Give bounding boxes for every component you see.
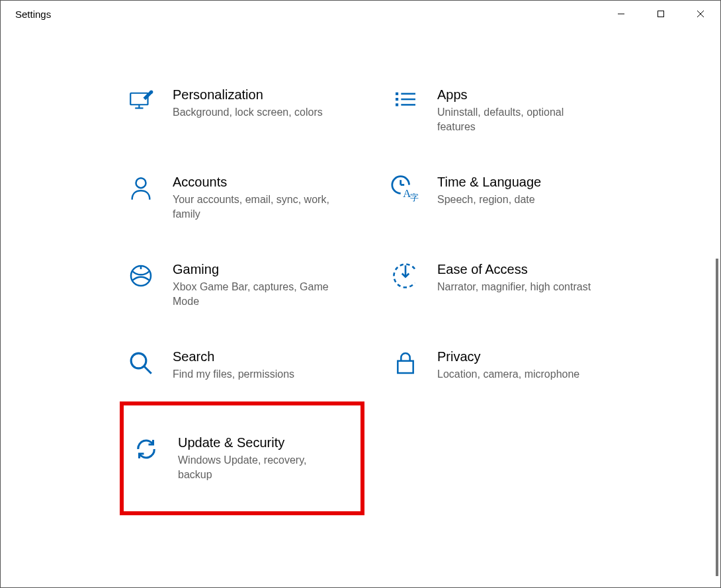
svg-rect-1 <box>658 11 664 17</box>
search-icon <box>126 349 155 378</box>
tile-title: Ease of Access <box>437 261 622 277</box>
tile-title: Update & Security <box>178 435 358 450</box>
accounts-icon <box>126 174 155 203</box>
svg-rect-9 <box>396 98 398 101</box>
tile-apps[interactable]: Apps Uninstall, defaults, optional featu… <box>384 67 629 154</box>
svg-rect-8 <box>396 93 398 95</box>
tile-title: Accounts <box>173 174 358 190</box>
settings-content: Personalization Background, lock screen,… <box>1 67 720 587</box>
tile-desc: Speech, region, date <box>437 192 596 207</box>
personalization-icon <box>126 87 155 116</box>
tile-desc: Your accounts, email, sync, work, family <box>173 192 331 222</box>
titlebar: Settings <box>1 1 720 27</box>
svg-text:字: 字 <box>410 192 419 202</box>
scrollbar-thumb[interactable] <box>716 259 718 576</box>
tile-gaming[interactable]: Gaming Xbox Game Bar, captures, Game Mod… <box>120 241 364 329</box>
settings-window: Settings <box>0 0 721 588</box>
tile-update-security[interactable]: Update & Security Windows Update, recove… <box>120 401 364 515</box>
svg-point-14 <box>136 178 146 188</box>
tile-title: Search <box>173 349 358 364</box>
privacy-icon <box>391 349 420 378</box>
tile-desc: Find my files, permissions <box>173 367 331 382</box>
tile-search[interactable]: Search Find my files, permissions <box>120 329 364 401</box>
time-language-icon: A 字 <box>391 174 420 203</box>
svg-point-7 <box>149 90 153 93</box>
tile-title: Personalization <box>173 87 358 103</box>
window-controls <box>601 1 720 27</box>
tile-desc: Xbox Game Bar, captures, Game Mode <box>173 280 331 309</box>
tile-privacy[interactable]: Privacy Location, camera, microphone <box>384 329 629 401</box>
scrollbar[interactable] <box>711 27 720 587</box>
tile-desc: Narrator, magnifier, high contrast <box>437 280 596 294</box>
svg-line-23 <box>144 366 151 374</box>
close-button[interactable] <box>681 1 720 27</box>
tile-desc: Uninstall, defaults, optional features <box>437 105 596 134</box>
tile-title: Privacy <box>437 349 622 364</box>
window-title: Settings <box>15 9 51 20</box>
tile-time-language[interactable]: A 字 Time & Language Speech, region, date <box>384 154 629 241</box>
update-security-icon <box>132 435 161 464</box>
gaming-icon <box>126 261 155 290</box>
tile-personalization[interactable]: Personalization Background, lock screen,… <box>120 67 364 154</box>
tile-ease-of-access[interactable]: Ease of Access Narrator, magnifier, high… <box>384 241 629 329</box>
svg-rect-10 <box>396 103 398 106</box>
tile-title: Time & Language <box>437 174 622 190</box>
minimize-button[interactable] <box>601 1 641 27</box>
tile-desc: Background, lock screen, colors <box>173 105 331 120</box>
maximize-button[interactable] <box>641 1 681 27</box>
tile-desc: Windows Update, recovery, backup <box>178 453 337 482</box>
tile-title: Apps <box>437 87 622 103</box>
tile-title: Gaming <box>173 261 358 277</box>
tile-accounts[interactable]: Accounts Your accounts, email, sync, wor… <box>120 154 364 241</box>
settings-grid: Personalization Background, lock screen,… <box>120 67 681 515</box>
apps-icon <box>391 87 420 116</box>
svg-point-22 <box>131 353 146 368</box>
tile-desc: Location, camera, microphone <box>437 367 596 382</box>
svg-rect-24 <box>398 361 413 373</box>
ease-of-access-icon <box>391 261 420 290</box>
